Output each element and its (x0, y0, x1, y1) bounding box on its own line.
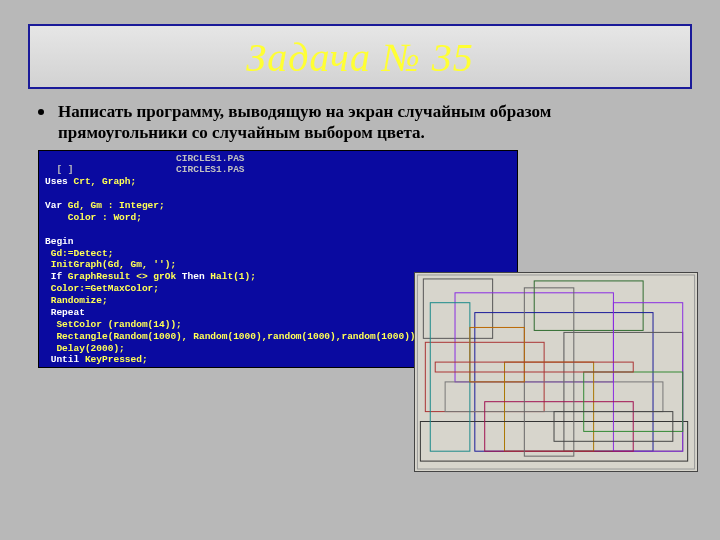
kw-if: If (45, 271, 62, 282)
code-l8: Rectangle(Random(1000), Random(1000),ran… (45, 331, 421, 342)
code-l11: Readln; (45, 366, 91, 367)
kw-begin: Begin (45, 236, 74, 247)
bullet-dot-icon (38, 109, 44, 115)
code-l10b: KeyPressed; (79, 354, 147, 365)
rectangles-output-icon (415, 273, 697, 471)
title-box: Задача № 35 (28, 24, 692, 89)
code-l4: Color:=GetMaxColor; (45, 283, 159, 294)
kw-uses: Uses (45, 176, 68, 187)
program-output (414, 272, 698, 472)
kw-until: Until (45, 354, 79, 365)
code-l9: Delay(2000); (45, 343, 125, 354)
code-uses: Crt, Graph; (68, 176, 136, 187)
code-l2: InitGraph(Gd, Gm, ''); (45, 259, 176, 270)
code-l3d: Halt(1); (205, 271, 256, 282)
kw-then: Then (182, 271, 205, 282)
bullet-row: Написать программу, выводящую на экран с… (38, 101, 682, 144)
code-filename2: [ ] CIRCLES1.PAS (45, 164, 245, 175)
kw-var: Var (45, 200, 62, 211)
code-l1: Gd:=Detect; (45, 248, 113, 259)
code-l3b: GraphResult <> grOk (62, 271, 182, 282)
code-filename: CIRCLES1.PAS (45, 153, 245, 164)
code-l5: Randomize; (45, 295, 108, 306)
code-var: Gd, Gm : Integer; (62, 200, 165, 211)
kw-repeat: Repeat (45, 307, 85, 318)
code-var2: Color : Word; (45, 212, 142, 223)
slide-title: Задача № 35 (30, 34, 690, 81)
code-l7: SetColor (random(14)); (45, 319, 182, 330)
content-area: CIRCLES1.PAS [ ] CIRCLES1.PAS Uses Crt, … (38, 150, 682, 480)
bullet-text: Написать программу, выводящую на экран с… (58, 101, 682, 144)
